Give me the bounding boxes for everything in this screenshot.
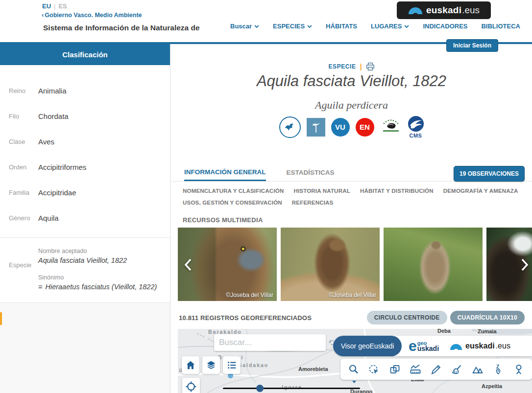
- nav-biblioteca[interactable]: BIBLIOTECA: [481, 23, 520, 30]
- taxonomy-value[interactable]: Animalia: [38, 87, 67, 95]
- svg-text:Z: Z: [496, 364, 499, 369]
- lang-es[interactable]: ES: [58, 2, 67, 10]
- observations-button[interactable]: 19 OBSERVACIONES: [454, 166, 525, 182]
- pencil-icon: [430, 364, 442, 375]
- carousel-photo-3[interactable]: [384, 228, 483, 301]
- common-name: Aguila perdicera: [171, 99, 532, 112]
- synonym-name[interactable]: ≡Hieraaetus fasciatus (Vieillot, 1822): [38, 283, 162, 291]
- measure-tool[interactable]: [409, 361, 422, 378]
- euskadi-eus-logo[interactable]: euskadi .eus: [397, 1, 491, 19]
- geo-map[interactable]: Barakaldo Deba Zumaia Zarautz Güeñes Bas…: [178, 329, 532, 393]
- taxonomy-row-genero: GéneroAquila: [0, 205, 170, 231]
- map-logo-bar: Visor geoEuskadi e geo uskadi euskadi .e…: [333, 336, 532, 356]
- map-town-label: Amorebieta: [298, 366, 328, 372]
- status-badges: VU EN CMS: [171, 116, 532, 139]
- clear-tool[interactable]: [450, 361, 464, 378]
- tab-estadisticas[interactable]: ESTADÍSTICAS: [287, 164, 335, 181]
- main-content: ESPECIE | Aquila fasciata Vieillot, 1822…: [171, 44, 532, 393]
- zoom-search-tool[interactable]: [347, 361, 361, 378]
- map-town-label: Igorre: [282, 384, 302, 390]
- map-search-input[interactable]: [219, 338, 327, 347]
- page: EU|ES ‹Gobierno Vasco. Medio Ambiente Si…: [0, 0, 532, 393]
- tab-informacion-general[interactable]: INFORMACIÓN GENERAL: [184, 164, 266, 181]
- taxonomy-row-clase: ClaseAves: [0, 129, 170, 154]
- map-zoom-slider[interactable]: [223, 388, 360, 389]
- bird-silhouette-badge[interactable]: [279, 116, 301, 138]
- map-home-button[interactable]: [182, 356, 199, 374]
- eagle-icon: [284, 121, 296, 134]
- taxonomy-value[interactable]: Aves: [38, 138, 54, 146]
- nav-buscar[interactable]: Buscar: [230, 23, 259, 30]
- person-marker-icon: [513, 364, 525, 375]
- centroid-toggle-button[interactable]: CIRCULO CENTROIDE: [367, 311, 447, 324]
- multimedia-title: RECURSOS MULTIMEDIA: [183, 216, 263, 224]
- carousel-photo-2[interactable]: ©Joseba del Villar: [281, 228, 380, 301]
- breadcrumb-chevron-icon: ‹: [42, 11, 44, 19]
- lang-eu[interactable]: EU: [42, 2, 51, 10]
- euskadi-arch-icon: [450, 343, 462, 349]
- bird-on-post-icon: [310, 121, 322, 134]
- visor-geoeuskadi-button[interactable]: Visor geoEuskadi: [333, 336, 402, 356]
- nav-lugares[interactable]: LUGARES: [371, 23, 410, 30]
- list-icon: [226, 360, 237, 370]
- euskadi-eus-map-logo[interactable]: euskadi .eus: [450, 342, 510, 350]
- bern-convention-icon: [380, 118, 402, 134]
- overlapping-squares-icon: [389, 364, 401, 375]
- accepted-name-label: Nombre aceptado: [38, 248, 162, 254]
- zoom-slider-knob[interactable]: [256, 385, 264, 392]
- taxonomy-value[interactable]: Accipitriformes: [38, 163, 86, 171]
- magnifier-icon: [348, 364, 360, 375]
- nav-habitats[interactable]: HÁBITATS: [326, 23, 357, 30]
- terrain-tool[interactable]: [471, 361, 484, 378]
- carousel-next-icon[interactable]: [520, 258, 529, 272]
- cms-badge[interactable]: CMS: [408, 116, 424, 139]
- login-button[interactable]: Iniciar Sesión: [446, 39, 498, 52]
- carousel-prev-icon[interactable]: [184, 258, 193, 272]
- iucn-vulnerable-badge[interactable]: VU: [331, 118, 350, 137]
- accepted-name[interactable]: Aquila fasciata Vieillot, 1822: [38, 256, 162, 264]
- photo-credit: ©Joseba del Villar: [329, 292, 376, 299]
- nav-indicadores[interactable]: INDICADORES: [423, 23, 467, 30]
- map-legend-list-button[interactable]: [223, 356, 241, 374]
- carousel-photo-1[interactable]: ©Joseba del Villar: [178, 228, 277, 301]
- iucn-endangered-badge[interactable]: EN: [356, 118, 374, 137]
- subnav-demografia-amenaza[interactable]: DEMOGRAFÍA Y AMENAZA: [443, 188, 518, 194]
- lang-separator: |: [54, 2, 55, 10]
- taxonomy-row-orden: OrdenAccipitriformes: [0, 154, 170, 180]
- records-count: 10.811 REGISTROS GEOREFERENCIADOS: [179, 314, 312, 322]
- crosshair-icon: [185, 381, 197, 393]
- taxonomy-value[interactable]: Aquila: [38, 214, 59, 222]
- geoeuskadi-logo[interactable]: e geo uskadi: [409, 340, 439, 352]
- subnav-historia-natural[interactable]: HISTORIA NATURAL: [293, 188, 350, 194]
- map-town-label: Durango: [350, 389, 372, 393]
- zone-pin-tool[interactable]: Z: [491, 361, 505, 378]
- synonym-label: Sinónimo: [38, 274, 162, 281]
- species-block: Especie Nombre aceptado Aquila fasciata …: [0, 238, 170, 302]
- photo-credit: ©Joseba del Villar: [226, 292, 273, 299]
- language-switch: EU|ES: [42, 2, 67, 10]
- bird-on-post-badge[interactable]: [307, 118, 325, 137]
- select-area-tool[interactable]: [367, 361, 381, 378]
- subnav-usos-gestion[interactable]: USOS, GESTIÓN Y CONSERVACIÓN: [183, 200, 282, 206]
- map-locate-button[interactable]: [182, 378, 200, 393]
- draw-tool[interactable]: [429, 361, 443, 378]
- taxonomy-value[interactable]: Accipitridae: [38, 188, 76, 197]
- carousel-photo-4[interactable]: [486, 228, 532, 301]
- taxonomy-value[interactable]: Chordata: [38, 112, 69, 120]
- bern-convention-badge[interactable]: [380, 118, 402, 136]
- nav-especies[interactable]: ESPECIES: [273, 23, 312, 30]
- map-layers-button[interactable]: [202, 356, 220, 374]
- select-circle-icon: [368, 364, 380, 375]
- street-view-tool[interactable]: [512, 361, 526, 378]
- cms-label: CMS: [410, 133, 422, 139]
- subnav-referencias[interactable]: REFERENCIAS: [292, 200, 334, 206]
- grid-toggle-button[interactable]: CUADRÍCULA 10X10: [450, 311, 525, 324]
- euskadi-arch-icon: [408, 7, 423, 14]
- subnav-nomenclatura[interactable]: NOMENCLATURA Y CLASIFICACIÓN: [183, 188, 284, 194]
- breadcrumb[interactable]: ‹Gobierno Vasco. Medio Ambiente: [42, 11, 142, 19]
- compare-layers-tool[interactable]: [388, 361, 402, 378]
- taxonomy-row-filo: FiloChordata: [0, 103, 170, 129]
- subnav-habitat-distribucion[interactable]: HÁBITAT Y DISTRIBUCIÓN: [360, 188, 434, 194]
- print-icon[interactable]: [366, 63, 375, 70]
- header: EU|ES ‹Gobierno Vasco. Medio Ambiente Si…: [0, 0, 532, 42]
